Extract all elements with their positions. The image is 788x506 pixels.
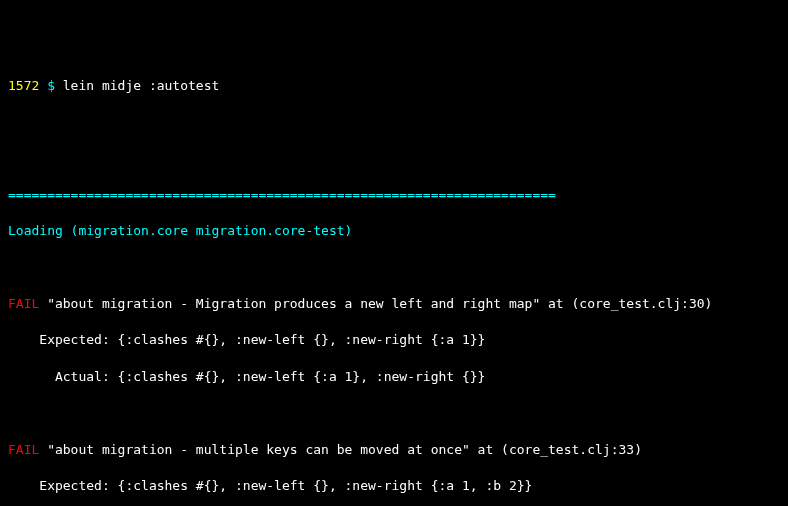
loading-line: Loading (migration.core migration.core-t…	[8, 222, 780, 240]
prompt-line: 1572 $ lein midje :autotest	[8, 77, 780, 95]
prompt-number: 1572	[8, 78, 47, 93]
fail-line: FAIL "about migration - Migration produc…	[8, 295, 780, 313]
fail-message: "about migration - Migration produces a …	[39, 296, 712, 311]
command-text: lein midje :autotest	[63, 78, 220, 93]
expected-line: Expected: {:clashes #{}, :new-left {}, :…	[8, 331, 780, 349]
fail-line: FAIL "about migration - multiple keys ca…	[8, 441, 780, 459]
fail-prefix: FAIL	[8, 442, 39, 457]
divider: ========================================…	[8, 186, 780, 204]
actual-line: Actual: {:clashes #{}, :new-left {:a 1},…	[8, 368, 780, 386]
expected-line: Expected: {:clashes #{}, :new-left {}, :…	[8, 477, 780, 495]
fail-prefix: FAIL	[8, 296, 39, 311]
blank-line	[8, 150, 780, 168]
blank-line	[8, 404, 780, 422]
fail-message: "about migration - multiple keys can be …	[39, 442, 642, 457]
blank-line	[8, 113, 780, 131]
prompt-symbol: $	[47, 78, 63, 93]
blank-line	[8, 259, 780, 277]
